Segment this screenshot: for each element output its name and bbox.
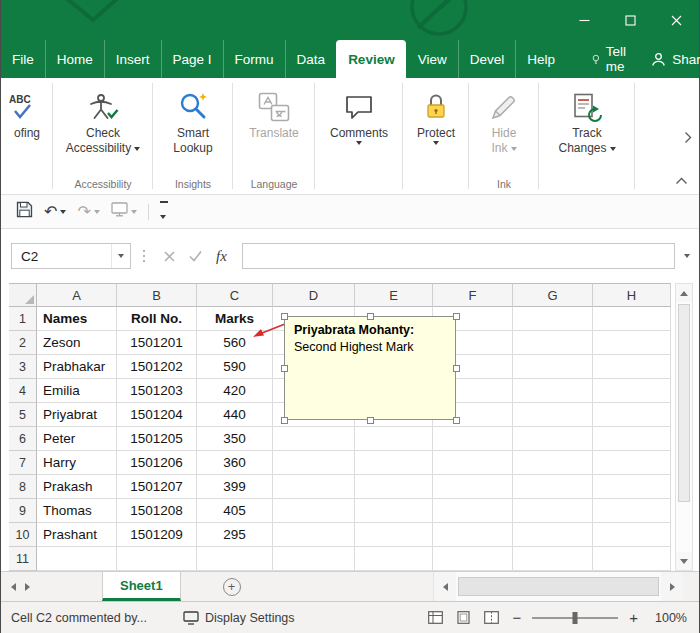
- comment-handle-bottom-right[interactable]: [453, 417, 460, 424]
- translate-button[interactable]: Translate: [249, 86, 299, 141]
- cell-H10[interactable]: [593, 523, 671, 547]
- maximize-button[interactable]: [607, 0, 653, 40]
- cell-C5[interactable]: 440: [197, 403, 273, 427]
- cell-C10[interactable]: 295: [197, 523, 273, 547]
- cell-C7[interactable]: 360: [197, 451, 273, 475]
- cell-D11[interactable]: [273, 547, 355, 571]
- cell-E8[interactable]: [355, 475, 433, 499]
- comment-handle-top-middle[interactable]: [367, 313, 374, 320]
- cell-D9[interactable]: [273, 499, 355, 523]
- cell-D10[interactable]: [273, 523, 355, 547]
- comment-handle-middle-right[interactable]: [453, 365, 460, 372]
- cell-B2[interactable]: 1501201: [117, 331, 197, 355]
- cell-D8[interactable]: [273, 475, 355, 499]
- column-header-F[interactable]: F: [433, 283, 513, 307]
- scroll-left-button[interactable]: [434, 572, 456, 601]
- formula-input[interactable]: [242, 243, 675, 269]
- scroll-up-button[interactable]: [676, 284, 692, 302]
- cell-C3[interactable]: 590: [197, 355, 273, 379]
- tab-help[interactable]: Help: [515, 40, 566, 78]
- cell-E7[interactable]: [355, 451, 433, 475]
- cell-B3[interactable]: 1501202: [117, 355, 197, 379]
- cell-B1[interactable]: Roll No.: [117, 307, 197, 331]
- column-header-B[interactable]: B: [117, 283, 197, 307]
- cell-A5[interactable]: Priyabrat: [37, 403, 117, 427]
- vertical-scroll-thumb[interactable]: [678, 304, 690, 502]
- redo-button[interactable]: ↷: [72, 199, 104, 225]
- row-header-1[interactable]: 1: [9, 307, 37, 331]
- cell-A10[interactable]: Prashant: [37, 523, 117, 547]
- check-accessibility-button[interactable]: CheckAccessibility: [66, 86, 140, 156]
- cell-B4[interactable]: 1501203: [117, 379, 197, 403]
- tab-devel[interactable]: Devel: [458, 40, 516, 78]
- cell-G10[interactable]: [513, 523, 593, 547]
- cell-C11[interactable]: [197, 547, 273, 571]
- cell-A3[interactable]: Prabhakar: [37, 355, 117, 379]
- row-header-11[interactable]: 11: [9, 547, 37, 571]
- cell-A7[interactable]: Harry: [37, 451, 117, 475]
- cell-H2[interactable]: [593, 331, 671, 355]
- cell-G11[interactable]: [513, 547, 593, 571]
- display-settings-button[interactable]: Display Settings: [183, 611, 295, 625]
- scroll-down-button[interactable]: [676, 552, 692, 570]
- customize-qat-button[interactable]: [155, 197, 173, 227]
- cell-B11[interactable]: [117, 547, 197, 571]
- vertical-scrollbar[interactable]: [675, 283, 693, 571]
- page-break-view-button[interactable]: [482, 609, 501, 626]
- cell-H4[interactable]: [593, 379, 671, 403]
- sheet-tab-sheet1[interactable]: Sheet1: [102, 572, 181, 601]
- column-header-D[interactable]: D: [273, 283, 355, 307]
- comment-handle-bottom-left[interactable]: [281, 417, 288, 424]
- cell-B10[interactable]: 1501209: [117, 523, 197, 547]
- track-changes-button[interactable]: TrackChanges: [558, 86, 615, 156]
- page-layout-view-button[interactable]: [454, 609, 473, 626]
- cell-H1[interactable]: [593, 307, 671, 331]
- enter-button[interactable]: [182, 247, 209, 265]
- cell-B5[interactable]: 1501204: [117, 403, 197, 427]
- proofing-button[interactable]: ABCofing: [14, 86, 40, 141]
- row-header-2[interactable]: 2: [9, 331, 37, 355]
- normal-view-button[interactable]: [426, 609, 445, 626]
- cell-C2[interactable]: 560: [197, 331, 273, 355]
- cell-A2[interactable]: Zeson: [37, 331, 117, 355]
- comment-box[interactable]: Priyabrata Mohanty: Second Highest Mark: [284, 316, 456, 420]
- cell-B6[interactable]: 1501205: [117, 427, 197, 451]
- horizontal-scroll-thumb[interactable]: [458, 577, 659, 596]
- tab-review[interactable]: Review: [336, 40, 406, 78]
- comment-handle-bottom-middle[interactable]: [367, 417, 374, 424]
- share-button[interactable]: Share: [641, 40, 700, 78]
- close-button[interactable]: [653, 0, 699, 40]
- row-header-6[interactable]: 6: [9, 427, 37, 451]
- row-header-9[interactable]: 9: [9, 499, 37, 523]
- cell-G9[interactable]: [513, 499, 593, 523]
- select-all-corner[interactable]: [9, 283, 37, 307]
- comment-handle-top-right[interactable]: [453, 313, 460, 320]
- tab-data[interactable]: Data: [285, 40, 337, 78]
- vertical-scroll-track[interactable]: [676, 504, 692, 552]
- name-box[interactable]: C2: [11, 243, 131, 269]
- collapse-ribbon-button[interactable]: [672, 168, 691, 192]
- ribbon-overflow-button[interactable]: [680, 126, 696, 152]
- smart-lookup-button[interactable]: SmartLookup: [173, 86, 212, 156]
- column-header-G[interactable]: G: [513, 283, 593, 307]
- cell-A4[interactable]: Emilia: [37, 379, 117, 403]
- cell-G2[interactable]: [513, 331, 593, 355]
- scroll-right-button[interactable]: [661, 572, 683, 601]
- cell-H6[interactable]: [593, 427, 671, 451]
- cell-F9[interactable]: [433, 499, 513, 523]
- column-header-E[interactable]: E: [355, 283, 433, 307]
- row-header-7[interactable]: 7: [9, 451, 37, 475]
- comment-handle-middle-left[interactable]: [281, 365, 288, 372]
- minimize-button[interactable]: [561, 0, 607, 40]
- cell-F10[interactable]: [433, 523, 513, 547]
- zoom-level[interactable]: 100%: [649, 611, 687, 625]
- hide-ink-button[interactable]: HideInk: [489, 86, 519, 156]
- cell-B7[interactable]: 1501206: [117, 451, 197, 475]
- cell-C1[interactable]: Marks: [197, 307, 273, 331]
- cell-G1[interactable]: [513, 307, 593, 331]
- cell-H7[interactable]: [593, 451, 671, 475]
- cell-H5[interactable]: [593, 403, 671, 427]
- row-header-5[interactable]: 5: [9, 403, 37, 427]
- row-header-10[interactable]: 10: [9, 523, 37, 547]
- comments-button[interactable]: Comments: [330, 86, 388, 145]
